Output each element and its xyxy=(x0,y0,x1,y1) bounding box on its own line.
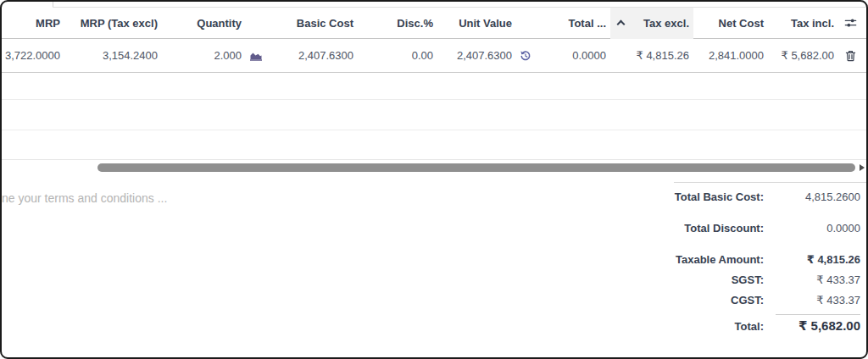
optional-columns-button[interactable] xyxy=(838,17,866,29)
column-header-basic-cost[interactable]: Basic Cost xyxy=(270,17,358,30)
column-header-net-cost[interactable]: Net Cost xyxy=(693,17,768,30)
delete-row-button[interactable] xyxy=(838,50,866,62)
column-header-tax-excl[interactable]: Tax excl. xyxy=(610,8,693,39)
cell-basic-cost[interactable]: 2,407.6300 xyxy=(270,49,358,62)
column-header-quantity[interactable]: Quantity xyxy=(162,17,246,30)
column-header-unit-value[interactable]: Unit Value xyxy=(437,17,516,30)
cgst-row: CGST: ₹ 433.37 xyxy=(674,294,860,309)
sgst-row: SGST: ₹ 433.37 xyxy=(674,273,860,289)
table-header-row: MRP MRP (Tax excl) Quantity Basic Cost D… xyxy=(2,8,866,39)
cell-disc[interactable]: 0.00 xyxy=(358,49,437,62)
empty-table-row xyxy=(2,73,866,100)
totals-panel: Total Basic Cost: 4,815.2600 Total Disco… xyxy=(674,182,866,334)
column-header-total[interactable]: Total ... xyxy=(537,17,610,30)
taxable-amount-label: Taxable Amount: xyxy=(674,253,776,266)
scrollbar-right-arrow-icon[interactable] xyxy=(860,164,865,171)
tab-pane-border xyxy=(53,7,866,8)
history-icon xyxy=(520,50,531,62)
area-chart-icon xyxy=(249,50,263,62)
scrollbar-thumb[interactable] xyxy=(97,163,855,172)
taxable-amount-row: Taxable Amount: ₹ 4,815.26 xyxy=(674,253,860,268)
cell-total[interactable]: 0.0000 xyxy=(537,49,610,62)
grand-total-label: Total: xyxy=(674,316,776,333)
terms-placeholder: fine your terms and conditions ... xyxy=(0,191,335,205)
total-basic-cost-row: Total Basic Cost: 4,815.2600 xyxy=(674,191,860,206)
total-discount-label: Total Discount: xyxy=(674,222,776,235)
terms-and-conditions-area[interactable]: fine your terms and conditions ... xyxy=(2,174,674,205)
cell-quantity[interactable]: 2.000 xyxy=(162,49,246,62)
total-basic-cost-value: 4,815.2600 xyxy=(776,191,860,203)
quantity-forecast-button[interactable] xyxy=(246,50,270,62)
unit-value-history-button[interactable] xyxy=(516,50,537,62)
cell-net-cost[interactable]: 2,841.0000 xyxy=(693,49,768,62)
cell-mrp-tax-excl[interactable]: 3,154.2400 xyxy=(64,49,162,62)
tab-pane-top xyxy=(2,2,866,8)
empty-table-row xyxy=(2,130,866,160)
total-discount-value: 0.0000 xyxy=(776,222,860,235)
total-basic-cost-label: Total Basic Cost: xyxy=(674,191,776,203)
column-header-mrp[interactable]: MRP xyxy=(2,17,64,30)
grand-total-value: ₹ 5,682.00 xyxy=(776,314,860,334)
sgst-label: SGST: xyxy=(674,273,776,286)
column-header-disc[interactable]: Disc.% xyxy=(358,17,437,30)
order-line-row: 3,722.0000 3,154.2400 2.000 2,407.6300 0… xyxy=(2,39,866,73)
trash-icon xyxy=(845,50,856,62)
cgst-value: ₹ 433.37 xyxy=(776,294,860,307)
cell-mrp[interactable]: 3,722.0000 xyxy=(2,49,64,62)
column-header-mrp-tax-excl[interactable]: MRP (Tax excl) xyxy=(64,17,162,30)
order-lines-panel: MRP MRP (Tax excl) Quantity Basic Cost D… xyxy=(0,0,868,359)
cell-unit-value[interactable]: 2,407.6300 xyxy=(437,49,516,62)
total-discount-row: Total Discount: 0.0000 xyxy=(674,222,860,237)
footer-section: fine your terms and conditions ... Total… xyxy=(2,174,866,334)
cell-tax-excl[interactable]: ₹ 4,815.26 xyxy=(610,49,693,62)
sort-asc-icon xyxy=(617,19,626,28)
cell-tax-incl[interactable]: ₹ 5,682.00 xyxy=(768,49,838,62)
horizontal-scrollbar xyxy=(2,160,866,174)
cgst-label: CGST: xyxy=(674,294,776,307)
order-lines-table: MRP MRP (Tax excl) Quantity Basic Cost D… xyxy=(2,8,866,160)
sgst-value: ₹ 433.37 xyxy=(776,273,860,286)
column-header-tax-incl[interactable]: Tax incl. xyxy=(768,17,838,30)
grand-total-row: Total: ₹ 5,682.00 xyxy=(674,314,860,334)
sliders-icon xyxy=(844,17,857,29)
empty-table-row xyxy=(2,100,866,130)
taxable-amount-value: ₹ 4,815.26 xyxy=(776,253,860,266)
